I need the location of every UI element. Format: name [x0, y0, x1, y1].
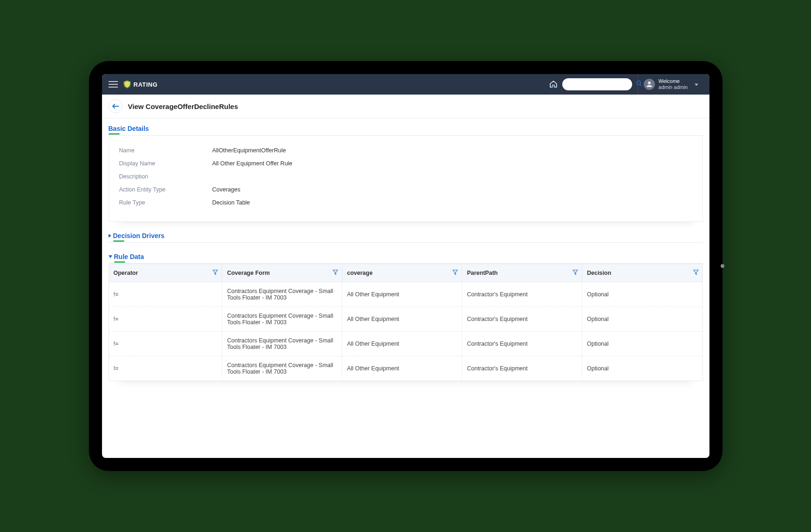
cell-coverage-form: Contractors Equipment Coverage - Small T…	[222, 282, 342, 307]
col-operator: Operator	[109, 264, 223, 282]
header-divider	[638, 74, 638, 95]
filter-icon[interactable]	[693, 270, 699, 277]
svg-point-1	[636, 81, 640, 85]
col-coverage-form: Coverage Form	[222, 264, 342, 282]
col-label: coverage	[347, 270, 373, 276]
label-rule-type: Rule Type	[119, 199, 212, 206]
basic-details-card: Name AllOtherEquipmentOfferRule Display …	[109, 136, 703, 222]
value-rule-type: Decision Table	[212, 199, 250, 206]
detail-row: Name AllOtherEquipmentOfferRule	[119, 144, 692, 157]
cell-operator: !=	[109, 282, 223, 307]
section-title-drivers: Decision Drivers	[113, 232, 165, 239]
label-name: Name	[119, 147, 212, 154]
value-display-name: All Other Equipment Offer Rule	[212, 160, 293, 167]
tablet-device-frame: RATING	[89, 61, 722, 471]
page-title: View CoverageOfferDeclineRules	[128, 102, 238, 110]
menu-button[interactable]	[107, 78, 120, 91]
table-row: != Contractors Equipment Coverage - Smal…	[109, 332, 702, 356]
table-row: != Contractors Equipment Coverage - Smal…	[109, 282, 702, 307]
cell-coverage-form: Contractors Equipment Coverage - Small T…	[222, 332, 342, 356]
label-action-entity-type: Action Entity Type	[119, 186, 212, 193]
search-input[interactable]	[566, 81, 636, 88]
cell-operator: !=	[109, 307, 223, 332]
content-area: Basic Details Name AllOtherEquipmentOffe…	[102, 118, 709, 458]
table-body: != Contractors Equipment Coverage - Smal…	[109, 282, 702, 381]
cell-decision: Optional	[582, 307, 702, 332]
cell-coverage: All Other Equipment	[342, 282, 463, 307]
back-button[interactable]	[109, 99, 123, 113]
avatar-icon	[644, 79, 655, 90]
cell-parent-path: Contractor's Equipment	[462, 332, 582, 356]
detail-row: Action Entity Type Coverages	[119, 183, 692, 196]
table-row: != Contractors Equipment Coverage - Smal…	[109, 307, 702, 332]
col-label: Coverage Form	[227, 270, 270, 276]
cell-coverage: All Other Equipment	[342, 332, 463, 356]
filter-icon[interactable]	[333, 270, 338, 277]
section-header-drivers[interactable]: Decision Drivers	[109, 228, 703, 243]
detail-row: Display Name All Other Equipment Offer R…	[119, 157, 692, 170]
section-header-basic: Basic Details	[109, 121, 703, 136]
cell-parent-path: Contractor's Equipment	[462, 356, 582, 381]
cell-decision: Optional	[582, 332, 702, 356]
section-basic-details: Basic Details Name AllOtherEquipmentOffe…	[109, 121, 703, 222]
col-decision: Decision	[582, 264, 702, 282]
rule-data-table: Operator Coverage Form	[109, 264, 703, 381]
section-title-ruledata: Rule Data	[114, 253, 144, 260]
cell-coverage: All Other Equipment	[342, 356, 463, 381]
user-text: Welcome admin admin	[659, 78, 688, 90]
value-name: AllOtherEquipmentOfferRule	[212, 147, 286, 154]
cell-decision: Optional	[582, 356, 702, 381]
cell-parent-path: Contractor's Equipment	[462, 307, 582, 332]
col-label: ParentPath	[467, 270, 498, 276]
cell-parent-path: Contractor's Equipment	[462, 282, 582, 307]
user-name: admin admin	[659, 84, 688, 90]
svg-rect-0	[552, 85, 554, 88]
chevron-right-icon	[109, 234, 111, 238]
svg-point-3	[648, 82, 651, 84]
label-description: Description	[119, 173, 212, 180]
detail-row: Description	[119, 170, 692, 183]
table-header-row: Operator Coverage Form	[109, 264, 702, 282]
col-parent-path: ParentPath	[462, 264, 582, 282]
section-header-ruledata[interactable]: Rule Data	[109, 249, 703, 264]
app-title: RATING	[134, 81, 158, 88]
detail-row: Rule Type Decision Table	[119, 196, 692, 209]
col-label: Operator	[114, 270, 138, 276]
cell-operator: !=	[109, 332, 223, 356]
cell-coverage-form: Contractors Equipment Coverage - Small T…	[222, 356, 342, 381]
filter-icon[interactable]	[212, 270, 218, 277]
svg-line-2	[640, 84, 641, 86]
section-decision-drivers: Decision Drivers	[109, 228, 703, 243]
col-label: Decision	[587, 270, 611, 276]
section-title-basic: Basic Details	[109, 125, 149, 132]
cell-coverage: All Other Equipment	[342, 307, 463, 332]
cell-operator: !=	[109, 356, 223, 381]
app-header: RATING	[102, 74, 709, 95]
app-screen: RATING	[102, 74, 709, 458]
cell-decision: Optional	[582, 282, 702, 307]
chevron-down-icon	[109, 255, 112, 258]
table-row: != Contractors Equipment Coverage - Smal…	[109, 356, 702, 381]
chevron-down-icon	[695, 80, 698, 89]
filter-icon[interactable]	[572, 270, 578, 277]
search-icon[interactable]	[636, 80, 642, 89]
welcome-label: Welcome	[659, 78, 688, 84]
value-action-entity-type: Coverages	[212, 186, 240, 193]
home-icon[interactable]	[549, 80, 558, 89]
section-rule-data: Rule Data Operator Coverage	[109, 249, 703, 381]
cell-coverage-form: Contractors Equipment Coverage - Small T…	[222, 307, 342, 332]
user-menu[interactable]: Welcome admin admin	[644, 78, 705, 90]
label-display-name: Display Name	[119, 160, 212, 167]
app-logo-icon	[123, 80, 131, 89]
page-titlebar: View CoverageOfferDeclineRules	[102, 95, 709, 118]
col-coverage: coverage	[342, 264, 463, 282]
arrow-left-icon	[112, 104, 119, 109]
search-box[interactable]	[562, 78, 632, 90]
filter-icon[interactable]	[452, 270, 458, 277]
